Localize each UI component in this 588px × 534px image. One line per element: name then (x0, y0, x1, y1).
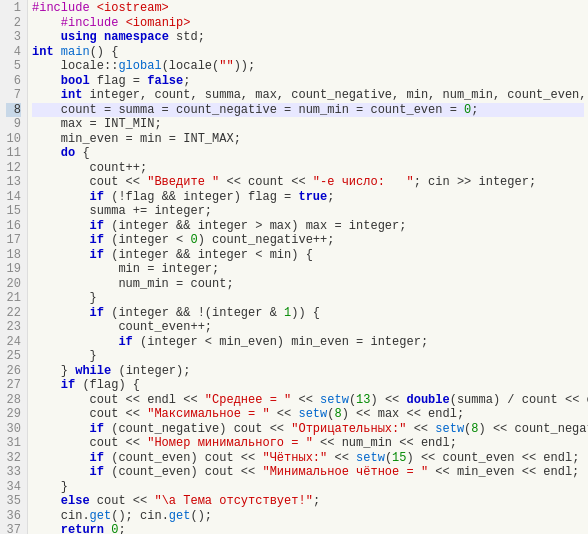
code-line-23: count_even++; (32, 320, 584, 335)
line-num-19: 19 (6, 262, 21, 277)
code-line-35: else cout << "\a Тема отсутствует!"; (32, 494, 584, 509)
code-line-27: if (flag) { (32, 378, 584, 393)
code-line-28: cout << endl << "Среднее = " << setw(13)… (32, 393, 584, 408)
code-line-15: summa += integer; (32, 204, 584, 219)
code-line-1: #include <iostream> (32, 1, 584, 16)
line-num-7: 7 (6, 88, 21, 103)
line-num-23: 23 (6, 320, 21, 335)
code-line-31: cout << "Номер минимального = " << num_m… (32, 436, 584, 451)
line-num-27: 27 (6, 378, 21, 393)
code-line-10: min_even = min = INT_MAX; (32, 132, 584, 147)
code-line-22: if (integer && !(integer & 1)) { (32, 306, 584, 321)
code-line-37: return 0; (32, 523, 584, 534)
line-num-2: 2 (6, 16, 21, 31)
code-line-17: if (integer < 0) count_negative++; (32, 233, 584, 248)
code-line-26: } while (integer); (32, 364, 584, 379)
code-line-8: count = summa = count_negative = num_min… (32, 103, 584, 118)
code-line-3: using namespace std; (32, 30, 584, 45)
line-num-5: 5 (6, 59, 21, 74)
code-line-21: } (32, 291, 584, 306)
line-num-35: 35 (6, 494, 21, 509)
line-num-20: 20 (6, 277, 21, 292)
code-line-2: #include <iomanip> (32, 16, 584, 31)
line-num-17: 17 (6, 233, 21, 248)
line-num-25: 25 (6, 349, 21, 364)
line-numbers: 1 2 3 4 5 6 7 8 9 10 11 12 13 14 15 16 1… (0, 0, 28, 534)
code-area: 1 2 3 4 5 6 7 8 9 10 11 12 13 14 15 16 1… (0, 0, 588, 534)
line-num-18: 18 (6, 248, 21, 263)
code-line-34: } (32, 480, 584, 495)
code-editor: 1 2 3 4 5 6 7 8 9 10 11 12 13 14 15 16 1… (0, 0, 588, 534)
line-num-32: 32 (6, 451, 21, 466)
line-num-13: 13 (6, 175, 21, 190)
code-line-29: cout << "Максимальное = " << setw(8) << … (32, 407, 584, 422)
code-line-30: if (count_negative) cout << "Отрицательн… (32, 422, 584, 437)
code-line-4: int main() { (32, 45, 584, 60)
line-num-1: 1 (6, 1, 21, 16)
code-line-19: min = integer; (32, 262, 584, 277)
line-num-22: 22 (6, 306, 21, 321)
line-num-12: 12 (6, 161, 21, 176)
code-line-12: count++; (32, 161, 584, 176)
line-num-11: 11 (6, 146, 21, 161)
line-num-21: 21 (6, 291, 21, 306)
line-num-31: 31 (6, 436, 21, 451)
line-num-34: 34 (6, 480, 21, 495)
line-num-16: 16 (6, 219, 21, 234)
code-line-16: if (integer && integer > max) max = inte… (32, 219, 584, 234)
code-line-36: cin.get(); cin.get(); (32, 509, 584, 524)
line-num-9: 9 (6, 117, 21, 132)
code-line-13: cout << "Введите " << count << "-е число… (32, 175, 584, 190)
line-num-6: 6 (6, 74, 21, 89)
line-num-4: 4 (6, 45, 21, 60)
line-num-33: 33 (6, 465, 21, 480)
line-num-37: 37 (6, 523, 21, 534)
line-num-8: 8 (6, 103, 21, 118)
line-num-26: 26 (6, 364, 21, 379)
line-num-3: 3 (6, 30, 21, 45)
line-num-24: 24 (6, 335, 21, 350)
line-num-15: 15 (6, 204, 21, 219)
code-line-14: if (!flag && integer) flag = true; (32, 190, 584, 205)
code-line-6: bool flag = false; (32, 74, 584, 89)
code-line-25: } (32, 349, 584, 364)
line-num-36: 36 (6, 509, 21, 524)
code-line-5: locale::global(locale("")); (32, 59, 584, 74)
line-num-28: 28 (6, 393, 21, 408)
code-line-7: int integer, count, summa, max, count_ne… (32, 88, 584, 103)
line-num-29: 29 (6, 407, 21, 422)
line-num-30: 30 (6, 422, 21, 437)
code-content[interactable]: #include <iostream> #include <iomanip> u… (28, 0, 588, 534)
line-num-10: 10 (6, 132, 21, 147)
code-line-20: num_min = count; (32, 277, 584, 292)
code-line-33: if (count_even) cout << "Минимальное чёт… (32, 465, 584, 480)
code-line-24: if (integer < min_even) min_even = integ… (32, 335, 584, 350)
code-line-11: do { (32, 146, 584, 161)
code-line-18: if (integer && integer < min) { (32, 248, 584, 263)
code-line-32: if (count_even) cout << "Чётных:" << set… (32, 451, 584, 466)
line-num-14: 14 (6, 190, 21, 205)
code-line-9: max = INT_MIN; (32, 117, 584, 132)
